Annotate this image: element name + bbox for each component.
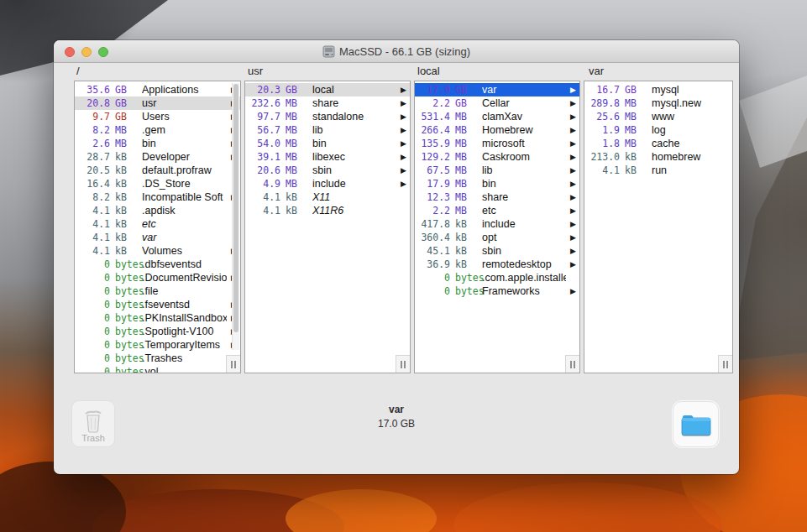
file-row[interactable]: 1.9MBlog bbox=[584, 123, 732, 137]
file-row[interactable]: 531.4MBclamXav▶ bbox=[415, 110, 579, 123]
file-row[interactable]: 20.5kBdefault.profraw bbox=[75, 164, 240, 177]
file-row[interactable]: 360.4kBopt▶ bbox=[415, 231, 579, 244]
disclosure-arrow-icon[interactable]: ▶ bbox=[570, 110, 576, 123]
file-row[interactable]: 16.7GBmysql bbox=[584, 83, 732, 96]
file-row[interactable]: 4.1kB.apdisk bbox=[75, 204, 240, 217]
disclosure-arrow-icon[interactable]: ▶ bbox=[570, 231, 576, 244]
file-row[interactable]: 45.1kBsbin▶ bbox=[415, 244, 579, 258]
disclosure-arrow-icon[interactable]: ▶ bbox=[570, 164, 576, 177]
disclosure-arrow-icon[interactable]: ▶ bbox=[401, 83, 406, 96]
file-row[interactable]: 25.6MBwww bbox=[584, 110, 732, 123]
file-row[interactable]: 8.2kBIncompatible Soft▶ bbox=[75, 190, 240, 204]
file-row[interactable]: 0bytes.DocumentRevisio▶ bbox=[75, 271, 240, 284]
file-row[interactable]: 135.9MBmicrosoft▶ bbox=[415, 137, 579, 150]
file-row[interactable]: 0bytesFrameworks▶ bbox=[415, 284, 579, 298]
file-row[interactable]: 0bytes.Trashes▶ bbox=[75, 352, 240, 365]
file-row[interactable]: 16.4kB.DS_Store bbox=[75, 177, 240, 190]
file-column-usr[interactable]: 20.3GBlocal▶232.6MBshare▶97.7MBstandalon… bbox=[244, 81, 411, 373]
open-folder-button[interactable] bbox=[673, 401, 719, 447]
disclosure-arrow-icon[interactable]: ▶ bbox=[401, 123, 406, 137]
file-row[interactable]: 1.8MBcache bbox=[584, 137, 732, 150]
file-row[interactable]: 4.1kBVolumes▶ bbox=[75, 244, 240, 258]
file-row[interactable]: 56.7MBlib▶ bbox=[245, 123, 410, 137]
file-row[interactable]: 0bytes.vol▶ bbox=[75, 365, 240, 373]
file-size-unit: kB bbox=[286, 204, 297, 217]
file-name: mysql bbox=[652, 83, 719, 96]
disclosure-arrow-icon[interactable]: ▶ bbox=[401, 110, 406, 123]
disclosure-arrow-icon[interactable]: ▶ bbox=[570, 96, 576, 110]
disclosure-arrow-icon[interactable]: ▶ bbox=[570, 284, 576, 298]
file-size-unit: bytes bbox=[115, 284, 144, 298]
file-row[interactable]: 129.2MBCaskroom▶ bbox=[415, 150, 579, 164]
file-row[interactable]: 232.6MBshare▶ bbox=[245, 96, 410, 110]
file-size-value: 16.7 bbox=[584, 83, 620, 96]
file-row[interactable]: 4.1kBvar bbox=[75, 231, 240, 244]
file-row[interactable]: 4.1kBX11R6 bbox=[245, 204, 410, 217]
disclosure-arrow-icon[interactable]: ▶ bbox=[570, 177, 576, 190]
disclosure-arrow-icon[interactable]: ▶ bbox=[570, 123, 576, 137]
disclosure-arrow-icon[interactable]: ▶ bbox=[401, 96, 406, 110]
file-row[interactable]: 4.1kBetc bbox=[75, 217, 240, 231]
disclosure-arrow-icon[interactable]: ▶ bbox=[570, 137, 576, 150]
disclosure-arrow-icon[interactable]: ▶ bbox=[401, 150, 406, 164]
column-resize-grip[interactable] bbox=[396, 355, 410, 373]
file-row[interactable]: 36.9kBremotedesktop▶ bbox=[415, 258, 579, 271]
file-row[interactable]: 2.6MBbin▶ bbox=[75, 137, 240, 150]
disclosure-arrow-icon[interactable]: ▶ bbox=[570, 244, 576, 258]
scrollbar-thumb[interactable] bbox=[233, 84, 238, 332]
file-size-value: 8.2 bbox=[75, 190, 110, 204]
file-row[interactable]: 39.1MBlibexec▶ bbox=[245, 150, 410, 164]
file-row[interactable]: 67.5MBlib▶ bbox=[415, 164, 579, 177]
disclosure-arrow-icon[interactable]: ▶ bbox=[401, 137, 406, 150]
disclosure-arrow-icon[interactable]: ▶ bbox=[570, 217, 576, 231]
titlebar[interactable]: MacSSD - 66.1 GB (sizing) bbox=[54, 40, 739, 63]
file-row[interactable]: 4.1kBrun bbox=[584, 164, 732, 177]
file-size-unit: MB bbox=[286, 96, 297, 110]
disclosure-arrow-icon[interactable]: ▶ bbox=[401, 177, 406, 190]
disclosure-arrow-icon[interactable]: ▶ bbox=[570, 83, 576, 96]
file-size-value: 35.6 bbox=[75, 83, 110, 96]
file-row[interactable]: 266.4MBHomebrew▶ bbox=[415, 123, 579, 137]
file-row[interactable]: 0bytes.PKInstallSandbox▶ bbox=[75, 311, 240, 325]
file-row[interactable]: 17.0GBvar▶ bbox=[415, 83, 579, 96]
file-row[interactable]: 97.7MBstandalone▶ bbox=[245, 110, 410, 123]
file-row[interactable]: 4.9MBinclude▶ bbox=[245, 177, 410, 190]
file-row[interactable]: 28.7kBDeveloper▶ bbox=[75, 150, 240, 164]
file-row[interactable]: 2.2MBetc▶ bbox=[415, 204, 579, 217]
file-row[interactable]: 0bytes.Spotlight-V100▶ bbox=[75, 325, 240, 338]
file-row[interactable]: 9.7GBUsers▶ bbox=[75, 110, 240, 123]
file-column-root[interactable]: 35.6GBApplications▶20.8GBusr▶9.7GBUsers▶… bbox=[74, 81, 241, 373]
disclosure-arrow-icon[interactable]: ▶ bbox=[570, 150, 576, 164]
file-row[interactable]: 8.2MB.gem▶ bbox=[75, 123, 240, 137]
file-row[interactable]: 417.8kBinclude▶ bbox=[415, 217, 579, 231]
file-row[interactable]: 2.2GBCellar▶ bbox=[415, 96, 579, 110]
file-row[interactable]: 4.1kBX11 bbox=[245, 190, 410, 204]
file-column-local[interactable]: 17.0GBvar▶2.2GBCellar▶531.4MBclamXav▶266… bbox=[414, 81, 580, 373]
disclosure-arrow-icon[interactable]: ▶ bbox=[401, 164, 406, 177]
file-row[interactable]: 0bytes.TemporaryItems▶ bbox=[75, 338, 240, 352]
vertical-scrollbar[interactable] bbox=[232, 83, 239, 350]
file-column-var[interactable]: 16.7GBmysql289.8MBmysql.new25.6MBwww1.9M… bbox=[584, 81, 733, 373]
disclosure-arrow-icon[interactable]: ▶ bbox=[570, 258, 576, 271]
file-row[interactable]: 12.3MBshare▶ bbox=[415, 190, 579, 204]
file-row[interactable]: 54.0MBbin▶ bbox=[245, 137, 410, 150]
file-row[interactable]: 289.8MBmysql.new bbox=[584, 96, 732, 110]
desktop-wallpaper: MacSSD - 66.1 GB (sizing) / usr local va… bbox=[0, 0, 807, 532]
file-row[interactable]: 17.9MBbin▶ bbox=[415, 177, 579, 190]
column-resize-grip[interactable] bbox=[565, 355, 579, 373]
file-row[interactable]: 35.6GBApplications▶ bbox=[75, 83, 240, 96]
file-row[interactable]: 20.6MBsbin▶ bbox=[245, 164, 410, 177]
disclosure-arrow-icon[interactable]: ▶ bbox=[570, 204, 576, 217]
column-resize-grip[interactable] bbox=[718, 355, 732, 373]
file-size-value: 17.9 bbox=[415, 177, 450, 190]
file-row[interactable]: 0bytes.com.apple.installer bbox=[415, 271, 579, 284]
file-row[interactable]: 213.0kBhomebrew bbox=[584, 150, 732, 164]
file-row[interactable]: 0bytes.file bbox=[75, 284, 240, 298]
file-row[interactable]: 20.8GBusr▶ bbox=[75, 96, 240, 110]
file-row[interactable]: 0bytes.dbfseventsd bbox=[75, 258, 240, 271]
file-row[interactable]: 0bytes.fseventsd▶ bbox=[75, 298, 240, 311]
file-row[interactable]: 20.3GBlocal▶ bbox=[245, 83, 410, 96]
column-resize-grip[interactable] bbox=[226, 355, 240, 373]
disclosure-arrow-icon[interactable]: ▶ bbox=[570, 190, 576, 204]
file-name: standalone bbox=[312, 110, 396, 123]
